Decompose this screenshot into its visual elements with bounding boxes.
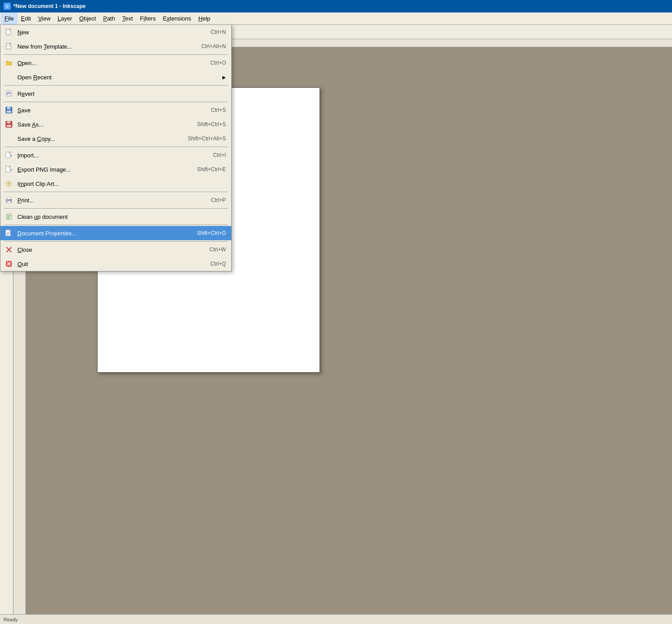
sep-after-import-clip-art xyxy=(4,192,228,192)
close-icon xyxy=(4,245,14,255)
document-properties-icon: i xyxy=(4,228,14,238)
menu-item-open[interactable]: Open... Ctrl+O xyxy=(0,56,231,70)
menu-extensions[interactable]: Extensions xyxy=(159,12,195,25)
save-as-label: Save As... xyxy=(17,121,188,128)
sep-after-doc-props xyxy=(4,241,228,242)
print-shortcut: Ctrl+P xyxy=(211,197,226,203)
svg-rect-30 xyxy=(7,107,10,109)
close-label: Close xyxy=(17,246,201,253)
menu-file[interactable]: File xyxy=(1,12,17,25)
menu-item-save-as[interactable]: Save As... Shift+Ctrl+S xyxy=(0,117,231,131)
menu-edit[interactable]: Edit xyxy=(17,12,34,25)
menu-item-save[interactable]: Save Ctrl+S xyxy=(0,103,231,117)
svg-text:i: i xyxy=(11,234,11,237)
menu-extensions-label: Extensions xyxy=(163,15,191,22)
print-label: Print... xyxy=(17,197,202,204)
import-clip-art-icon xyxy=(4,179,14,189)
svg-rect-35 xyxy=(7,125,11,127)
export-png-icon xyxy=(4,164,14,174)
svg-marker-40 xyxy=(10,169,12,171)
open-recent-icon xyxy=(4,72,14,82)
close-shortcut: Ctrl+W xyxy=(209,246,226,253)
sep-after-clean-up xyxy=(4,225,228,225)
quit-shortcut: Ctrl+Q xyxy=(210,261,226,267)
svg-rect-43 xyxy=(7,197,11,199)
menu-item-import-clip-art[interactable]: Import Clip Art... xyxy=(0,177,231,191)
open-icon xyxy=(4,58,14,68)
menu-item-new[interactable]: New Ctrl+N xyxy=(0,25,231,39)
new-label: New xyxy=(17,29,202,36)
save-as-shortcut: Shift+Ctrl+S xyxy=(197,121,226,127)
import-shortcut: Ctrl+I xyxy=(213,152,226,158)
save-copy-label: Save a Copy... xyxy=(17,135,179,142)
menu-item-revert[interactable]: Revert xyxy=(0,86,231,101)
svg-point-0 xyxy=(5,4,9,8)
open-recent-label: Open Recent xyxy=(17,74,221,81)
title-bar: *New document 1 - Inkscape xyxy=(0,0,672,12)
new-template-label: New from Template... xyxy=(17,43,193,50)
open-recent-arrow: ▶ xyxy=(222,75,226,80)
import-label: Import... xyxy=(17,152,204,159)
quit-icon xyxy=(4,259,14,269)
clean-up-label: Clean up document xyxy=(17,213,217,220)
sep-after-print xyxy=(4,208,228,209)
sep-after-new-template xyxy=(4,54,228,55)
window-title: *New document 1 - Inkscape xyxy=(13,3,86,9)
revert-label: Revert xyxy=(17,90,217,97)
export-png-label: Export PNG Image... xyxy=(17,166,188,173)
save-copy-shortcut: Shift+Ctrl+Alt+S xyxy=(188,135,226,142)
svg-rect-31 xyxy=(7,111,11,113)
menu-item-import[interactable]: Import... Ctrl+I xyxy=(0,148,231,162)
menu-filters[interactable]: Filters xyxy=(136,12,159,25)
import-icon xyxy=(4,150,14,160)
menu-view[interactable]: View xyxy=(34,12,54,25)
save-label: Save xyxy=(17,107,202,114)
app-icon xyxy=(4,3,11,10)
new-icon xyxy=(4,27,14,37)
document-properties-shortcut: Shift+Ctrl+D xyxy=(197,230,226,236)
menu-item-close[interactable]: Close Ctrl+W xyxy=(0,242,231,257)
menu-text[interactable]: Text xyxy=(119,12,136,25)
export-png-shortcut: Shift+Ctrl+E xyxy=(197,166,226,172)
menu-filters-label: Filters xyxy=(140,15,156,22)
menu-help[interactable]: Help xyxy=(195,12,214,25)
quit-label: Quit xyxy=(17,261,201,267)
menu-item-clean-up[interactable]: Clean up document xyxy=(0,209,231,224)
new-template-icon xyxy=(4,41,14,51)
document-properties-label: Document Properties... xyxy=(17,230,188,237)
menu-text-label: Text xyxy=(122,15,133,22)
svg-rect-44 xyxy=(7,201,11,203)
save-copy-icon xyxy=(4,134,14,144)
svg-rect-32 xyxy=(10,107,11,109)
menu-item-print[interactable]: Print... Ctrl+P xyxy=(0,193,231,207)
file-dropdown-menu: New Ctrl+N New from Template... Ctrl+Alt… xyxy=(0,25,232,271)
new-template-shortcut: Ctrl+Alt+N xyxy=(201,43,226,49)
menu-item-save-copy[interactable]: Save a Copy... Shift+Ctrl+Alt+S xyxy=(0,131,231,146)
menu-edit-label: Edit xyxy=(21,15,31,22)
clean-up-icon xyxy=(4,212,14,222)
svg-marker-38 xyxy=(10,155,12,156)
menu-item-document-properties[interactable]: i Document Properties... Shift+Ctrl+D xyxy=(0,226,231,240)
menu-path-label: Path xyxy=(103,15,115,22)
open-shortcut: Ctrl+O xyxy=(210,60,226,66)
menu-path[interactable]: Path xyxy=(99,12,119,25)
menu-view-label: View xyxy=(38,15,50,22)
menu-layer[interactable]: Layer xyxy=(54,12,76,25)
open-label: Open... xyxy=(17,60,201,66)
sep-after-open-recent xyxy=(4,85,228,86)
new-shortcut: Ctrl+N xyxy=(211,29,226,35)
status-text: Ready xyxy=(4,617,18,622)
menu-item-new-template[interactable]: New from Template... Ctrl+Alt+N xyxy=(0,39,231,53)
print-icon xyxy=(4,195,14,205)
sep-after-save-copy xyxy=(4,147,228,147)
menu-item-export-png[interactable]: Export PNG Image... Shift+Ctrl+E xyxy=(0,162,231,177)
menu-item-quit[interactable]: Quit Ctrl+Q xyxy=(0,257,231,271)
sep-after-revert xyxy=(4,102,228,102)
menu-object-label: Object xyxy=(79,15,96,22)
revert-icon xyxy=(4,89,14,99)
import-clip-art-label: Import Clip Art... xyxy=(17,181,217,187)
menu-object[interactable]: Object xyxy=(76,12,100,25)
menu-file-label: File xyxy=(4,15,14,22)
menu-help-label: Help xyxy=(198,15,210,22)
menu-item-open-recent[interactable]: Open Recent ▶ xyxy=(0,70,231,84)
